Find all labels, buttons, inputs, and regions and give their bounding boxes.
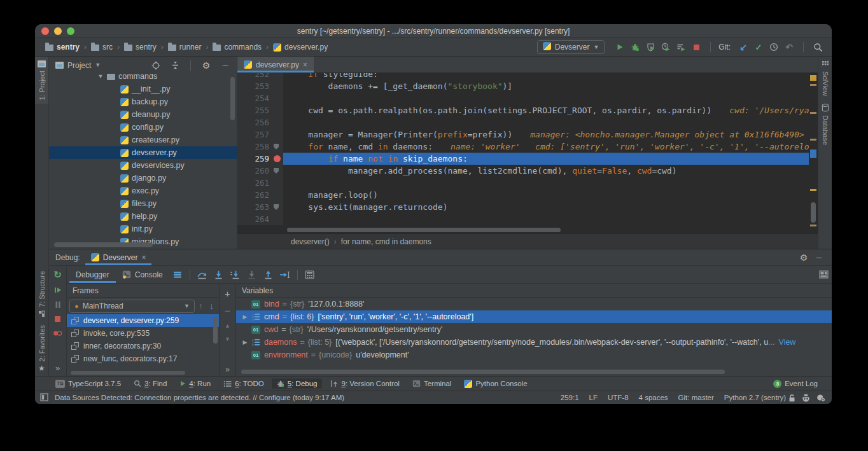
breakpoint-icon[interactable]: [274, 155, 281, 162]
locate-file-button[interactable]: [148, 59, 164, 73]
rollback-button[interactable]: ↶: [781, 40, 797, 54]
stop-button[interactable]: [54, 316, 61, 323]
gutter-line-253[interactable]: 253: [237, 80, 283, 92]
rerun-button[interactable]: ↻: [53, 270, 62, 279]
status-message[interactable]: Data Sources Detected: Connection proper…: [55, 394, 344, 401]
move-down-button[interactable]: ▼: [225, 337, 230, 342]
code-breadcrumb-item[interactable]: for name, cmd in daemons: [341, 237, 431, 246]
toolwindow-button-version-control[interactable]: 9: Version Control: [325, 378, 404, 389]
toolwindow-button-terminal[interactable]: Terminal: [407, 378, 456, 389]
tree-item-__init__.py[interactable]: __init__.py: [49, 83, 237, 95]
hide-panel-button[interactable]: ─: [218, 59, 233, 73]
code-line-253[interactable]: 253 daemons += [_get_daemon("storybook")…: [237, 80, 809, 92]
code-line-260[interactable]: 260 manager.add_process(name, list2cmdli…: [237, 165, 809, 177]
toolwindow-button-todo[interactable]: 6: TODO: [218, 378, 269, 389]
variable-row-bind[interactable]: 01bind={str}'127.0.0.1:8888': [236, 298, 832, 310]
tree-item-backup.py[interactable]: backup.py: [49, 95, 237, 108]
stack-frame-row[interactable]: inner, decorators.py:30: [67, 340, 219, 352]
more-button[interactable]: »: [55, 364, 60, 372]
code-line-261[interactable]: 261: [237, 177, 809, 189]
commit-button[interactable]: ✓: [751, 40, 766, 54]
tree-item-exec.py[interactable]: exec.py: [49, 184, 237, 197]
breadcrumb-item-commands[interactable]: commands: [211, 42, 263, 52]
run-button[interactable]: [612, 40, 627, 54]
toolwindow-button-run[interactable]: 4: Run: [174, 378, 216, 389]
code-editor[interactable]: 252 if styleguide:253 daemons += [_get_d…: [237, 73, 818, 227]
debug-session-tab[interactable]: Devserver ×: [85, 249, 152, 265]
status-item-3[interactable]: 4 spaces: [639, 394, 668, 401]
code-line-256[interactable]: 256: [237, 116, 809, 128]
project-vertical-scrollbar[interactable]: [230, 77, 235, 120]
update-project-button[interactable]: ↙: [736, 40, 751, 54]
gutter-line-263[interactable]: 263: [237, 201, 283, 213]
smart-step-into-button[interactable]: [244, 267, 260, 282]
next-frame-icon[interactable]: ↓: [209, 302, 214, 310]
incognito-icon[interactable]: [802, 394, 810, 402]
previous-frame-icon[interactable]: ↑: [199, 302, 203, 310]
frames-horizontal-scrollbar[interactable]: [71, 371, 185, 375]
debug-button[interactable]: [627, 40, 643, 54]
stripe-tab--project[interactable]: 1: Project: [35, 57, 48, 104]
code-line-257[interactable]: 257 manager = Manager(Printer(prefix=pre…: [237, 128, 809, 141]
code-line-262[interactable]: 262 manager.loop(): [237, 189, 809, 201]
step-out-button[interactable]: [260, 267, 277, 282]
code-line-255[interactable]: 255 cwd = os.path.realpath(os.path.join(…: [237, 104, 809, 116]
step-into-button[interactable]: [211, 267, 227, 282]
variables-horizontal-scrollbar[interactable]: [241, 370, 725, 374]
tab-debugger[interactable]: Debugger: [69, 266, 116, 283]
step-over-button[interactable]: [194, 267, 211, 282]
stack-frame-row[interactable]: invoke, core.py:535: [67, 327, 219, 340]
maximize-window-button[interactable]: [67, 27, 74, 35]
editor-tab-devserver[interactable]: devserver.py ×: [237, 57, 314, 73]
variable-row-cwd[interactable]: 01cwd={str}'/Users/ryanskonnord/getsentr…: [236, 323, 832, 336]
profile-button[interactable]: [658, 40, 673, 54]
code-line-254[interactable]: 254: [237, 92, 809, 104]
toolwindow-button-event-log[interactable]: 3Event Log: [768, 378, 823, 389]
gutter-line-256[interactable]: 256: [237, 116, 283, 128]
expand-icon[interactable]: ▶: [240, 339, 250, 345]
tree-item-cleanup.py[interactable]: cleanup.py: [49, 108, 237, 121]
more-icon[interactable]: »: [225, 366, 230, 373]
restore-layout-icon[interactable]: [815, 267, 832, 282]
frames-vertical-scrollbar[interactable]: [213, 317, 218, 343]
tool-window-toggle-icon[interactable]: [40, 393, 48, 403]
expand-icon[interactable]: ▶: [240, 314, 250, 320]
minimize-window-button[interactable]: [54, 27, 62, 35]
variable-row-cmd[interactable]: ▶123cmd={list: 6}['sentry', 'run', 'work…: [236, 310, 832, 323]
gutter-line-254[interactable]: 254: [237, 92, 283, 104]
toolwindow-button-typescript[interactable]: TSTypeScript 3.7.5: [50, 378, 126, 389]
tree-item-devservices.py[interactable]: devservices.py: [49, 159, 237, 172]
search-everywhere-button[interactable]: [810, 40, 825, 54]
toolwindow-button-python-console[interactable]: Python Console: [459, 378, 532, 389]
editor-horizontal-scrollbar[interactable]: [237, 227, 818, 233]
lock-icon[interactable]: [788, 394, 795, 402]
remove-watch-button[interactable]: −: [225, 306, 230, 316]
tree-item-help.py[interactable]: help.py: [49, 210, 237, 223]
code-breadcrumb-item[interactable]: devserver(): [291, 237, 330, 246]
editor-vertical-scrollbar[interactable]: [811, 202, 816, 223]
status-item-0[interactable]: 259:1: [561, 394, 579, 401]
tree-item-commands[interactable]: ▼commands: [49, 74, 237, 83]
close-tab-icon[interactable]: ×: [303, 61, 307, 69]
view-breakpoints-button[interactable]: [53, 330, 62, 337]
gutter-line-261[interactable]: 261: [237, 177, 283, 189]
stripe-tab--structure[interactable]: 7: Structure: [35, 267, 48, 321]
stack-frame-row[interactable]: new_func, decorators.py:17: [67, 352, 219, 365]
collapse-all-button[interactable]: [167, 59, 183, 73]
gutter-line-260[interactable]: 260: [237, 165, 283, 177]
stripe-tab-sciview[interactable]: SciView: [818, 57, 832, 100]
resume-button[interactable]: [54, 286, 62, 294]
run-to-cursor-button[interactable]: [277, 267, 293, 282]
status-item-4[interactable]: Git: master: [678, 394, 714, 401]
interpreter-gear-icon[interactable]: [816, 394, 825, 402]
fold-marker-icon[interactable]: [274, 144, 279, 149]
close-session-icon[interactable]: ×: [141, 254, 146, 261]
close-window-button[interactable]: [41, 27, 49, 35]
run-with-coverage-button[interactable]: [643, 40, 658, 54]
force-step-into-button[interactable]: [227, 267, 244, 282]
breadcrumb-item-runner[interactable]: runner: [167, 42, 203, 52]
history-button[interactable]: [766, 40, 781, 54]
code-line-264[interactable]: 264: [237, 213, 809, 225]
view-value-link[interactable]: View: [779, 338, 796, 347]
status-item-5[interactable]: Python 2.7 (sentry): [724, 394, 786, 401]
